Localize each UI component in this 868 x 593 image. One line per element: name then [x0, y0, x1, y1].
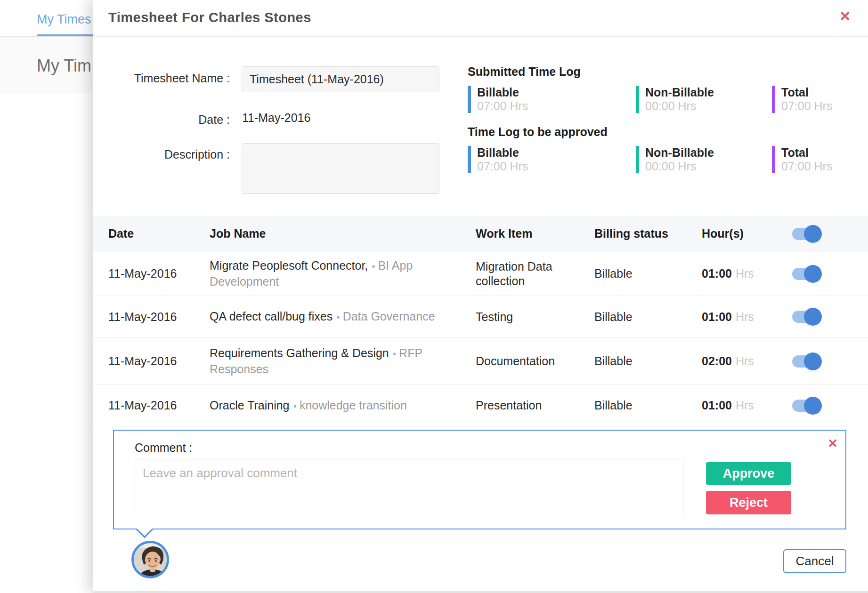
tab-my-timesheet[interactable]: My Times: [37, 12, 91, 27]
row-toggle[interactable]: [792, 311, 821, 323]
comment-input[interactable]: [135, 459, 683, 517]
col-header-job: Job Name: [210, 227, 476, 240]
col-header-hours: Hour(s): [702, 227, 790, 240]
stat-value: 00:00 Hrs: [645, 160, 714, 173]
panel-pointer-notch: [136, 521, 154, 538]
row-toggle[interactable]: [792, 400, 821, 412]
cell-work-item: Presentation: [476, 398, 594, 413]
cell-billing-status: Billable: [594, 399, 702, 412]
cell-job: QA defect call/bug fixes•Data Governance: [210, 309, 476, 325]
tab-active-underline: [37, 34, 93, 36]
row-toggle[interactable]: [792, 268, 821, 280]
non-billable-bar: [636, 146, 639, 173]
close-icon[interactable]: ✕: [839, 9, 851, 24]
bullet-icon: •: [368, 261, 378, 272]
toggle-knob-icon: [804, 308, 822, 326]
stat-label: Total: [781, 146, 832, 159]
col-header-date: Date: [108, 227, 210, 240]
modal-header: Timesheet For Charles Stones ✕: [93, 0, 868, 37]
cell-hours: 01:00Hrs: [702, 310, 790, 324]
stat-label: Billable: [477, 86, 528, 99]
stat-value: 07:00 Hrs: [781, 100, 832, 112]
table-row: 11-May-2016 Requirements Gathering & Des…: [93, 338, 868, 385]
cell-job: Migrate Peoplesoft Connector,•BI App Dev…: [210, 258, 476, 289]
description-input[interactable]: [242, 143, 439, 194]
cell-date: 11-May-2016: [108, 267, 210, 280]
cell-job: Requirements Gathering & Design•RFP Resp…: [210, 345, 476, 377]
stat-total: Total 07:00 Hrs: [772, 86, 832, 113]
timesheet-name-label: Timesheet Name :: [107, 72, 230, 85]
table-header-row: Date Job Name Work Item Billing status H…: [93, 216, 868, 252]
time-log-table: Date Job Name Work Item Billing status H…: [93, 216, 868, 426]
toggle-knob-icon: [804, 397, 822, 415]
toggle-knob-icon: [804, 225, 822, 243]
timesheet-name-input[interactable]: [242, 66, 439, 92]
cell-work-item: Migration Data collection: [476, 259, 594, 288]
row-toggle[interactable]: [792, 355, 821, 368]
timesheet-modal: Timesheet For Charles Stones ✕ Timesheet…: [93, 0, 868, 593]
billable-bar: [468, 146, 471, 173]
total-bar: [772, 86, 775, 113]
stat-billable: Billable 07:00 Hrs: [468, 146, 528, 173]
cell-date: 11-May-2016: [108, 399, 210, 412]
date-value: 11-May-2016: [242, 111, 310, 125]
cell-billing-status: Billable: [594, 354, 702, 368]
toggle-knob-icon: [804, 265, 822, 283]
bullet-icon: •: [389, 348, 399, 359]
stat-billable: Billable 07:00 Hrs: [468, 86, 528, 113]
stat-total: Total 07:00 Hrs: [772, 146, 832, 173]
cancel-button[interactable]: Cancel: [783, 549, 846, 573]
total-bar: [772, 146, 775, 173]
table-row: 11-May-2016 QA defect call/bug fixes•Dat…: [93, 296, 868, 338]
avatar-photo: [134, 543, 169, 578]
reject-button[interactable]: Reject: [706, 491, 791, 514]
cell-work-item: Testing: [476, 310, 594, 324]
cell-work-item: Documentation: [476, 354, 594, 369]
cell-date: 11-May-2016: [108, 310, 210, 324]
stat-label: Non-Billable: [645, 146, 714, 159]
approve-button[interactable]: Approve: [706, 462, 791, 485]
comment-close-icon[interactable]: ✕: [827, 437, 838, 449]
description-label: Description :: [107, 148, 230, 161]
date-label: Date :: [107, 113, 230, 127]
modal-title: Timesheet For Charles Stones: [108, 10, 311, 25]
stat-label: Billable: [477, 146, 528, 159]
billable-bar: [468, 86, 471, 113]
select-all-toggle[interactable]: [792, 228, 821, 240]
table-row: 11-May-2016 Oracle Training•knowledge tr…: [93, 385, 868, 426]
screen: My Times My Tim Timesheet For Charles St…: [0, 0, 868, 593]
toggle-knob-icon: [804, 353, 822, 370]
comment-label: Comment :: [135, 441, 192, 455]
modal-bottom-edge: [93, 591, 868, 593]
non-billable-bar: [636, 86, 639, 113]
page-title: My Tim: [37, 56, 91, 76]
col-header-work-item: Work Item: [476, 227, 594, 240]
bullet-icon: •: [290, 401, 300, 411]
stat-non-billable: Non-Billable 00:00 Hrs: [636, 86, 714, 113]
approval-comment-panel: Comment : ✕ Approve Reject: [113, 430, 846, 529]
table-row: 11-May-2016 Migrate Peoplesoft Connector…: [93, 252, 868, 296]
cell-hours: 02:00Hrs: [702, 354, 790, 368]
col-header-billing: Billing status: [594, 227, 702, 240]
bullet-icon: •: [333, 312, 342, 322]
stat-value: 00:00 Hrs: [645, 100, 714, 112]
stat-label: Total: [781, 86, 832, 99]
stat-value: 07:00 Hrs: [477, 100, 528, 112]
cell-date: 11-May-2016: [108, 354, 210, 368]
cell-billing-status: Billable: [594, 310, 702, 324]
cell-job: Oracle Training•knowledge transition: [210, 398, 476, 414]
avatar[interactable]: [131, 541, 169, 578]
cell-hours: 01:00Hrs: [702, 267, 790, 280]
cell-billing-status: Billable: [594, 267, 702, 280]
stat-value: 07:00 Hrs: [477, 160, 528, 173]
submitted-time-log-title: Submitted Time Log: [468, 65, 581, 79]
timesheet-form: Timesheet Name : Date : 11-May-2016 Desc…: [93, 37, 868, 216]
time-log-approved-title: Time Log to be approved: [468, 125, 608, 139]
stat-label: Non-Billable: [645, 86, 714, 99]
stat-value: 07:00 Hrs: [781, 160, 832, 173]
stat-non-billable: Non-Billable 00:00 Hrs: [636, 146, 714, 173]
cell-hours: 01:00Hrs: [702, 399, 790, 412]
